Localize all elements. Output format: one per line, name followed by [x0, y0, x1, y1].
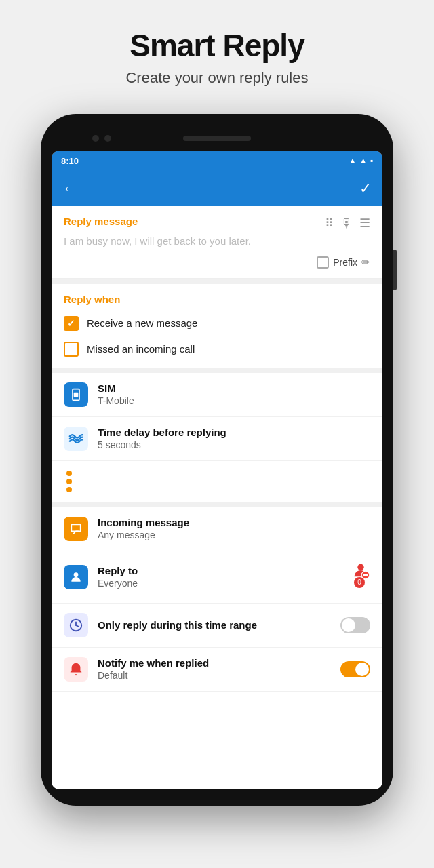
incoming-message-item[interactable]: Incoming message Any message — [52, 507, 382, 551]
page-subtitle: Create your own reply rules — [14, 69, 420, 87]
notify-text: Notify me when replied Default — [98, 657, 331, 681]
time-delay-title: Time delay before replying — [98, 427, 370, 438]
checkbox-missed-call-label: Missed an incoming call — [87, 343, 195, 355]
reply-message-text[interactable]: I am busy now, I will get back to you la… — [64, 233, 251, 250]
incoming-message-subtitle: Any message — [98, 530, 370, 540]
reply-message-heading: Reply message — [64, 216, 251, 227]
bell-icon — [64, 657, 88, 682]
phone-side-button — [393, 250, 397, 290]
back-button[interactable]: ← — [62, 180, 77, 197]
checkbox-missed-call[interactable]: Missed an incoming call — [64, 336, 370, 362]
status-icons: ▲ ▲ ▪ — [349, 156, 373, 165]
phone-screen: 8:10 ▲ ▲ ▪ ← ✓ Reply message I am busy n… — [52, 151, 382, 789]
notify-toggle-area — [340, 661, 370, 677]
phone-camera-left — [92, 135, 99, 142]
message-icon — [64, 517, 88, 541]
svg-rect-1 — [74, 392, 79, 397]
wifi-icon: ▲ — [349, 156, 357, 165]
confirm-button[interactable]: ✓ — [359, 180, 372, 197]
time-range-title: Only reply during this time range — [98, 619, 331, 631]
sim-icon — [64, 382, 88, 407]
mic-icon[interactable]: 🎙 — [340, 216, 353, 231]
app-toolbar: ← ✓ — [52, 171, 382, 206]
sim-subtitle: T-Mobile — [98, 395, 370, 406]
mic-grid-icon[interactable]: ⠿ — [325, 216, 334, 231]
divider-3 — [52, 502, 382, 507]
phone-speaker — [183, 136, 251, 141]
reply-message-row: Reply message I am busy now, I will get … — [64, 216, 370, 250]
prefix-label: Prefix — [333, 257, 357, 268]
prefix-checkbox[interactable] — [317, 256, 329, 269]
sim-text: SIM T-Mobile — [98, 382, 370, 406]
reply-to-badge-area: 0 — [351, 561, 370, 593]
phone-notch — [52, 126, 382, 151]
reply-to-item[interactable]: Reply to Everyone 0 — [52, 551, 382, 604]
time-range-item[interactable]: Only reply during this time range — [52, 604, 382, 648]
time-delay-item[interactable]: Time delay before replying 5 seconds — [52, 417, 382, 461]
check-mark: ✓ — [67, 318, 75, 329]
time-range-toggle-area — [340, 617, 370, 633]
sim-item[interactable]: SIM T-Mobile — [52, 373, 382, 417]
clock-icon — [64, 613, 88, 637]
svg-line-8 — [76, 625, 79, 627]
dot-2 — [66, 479, 72, 484]
signal-icon: ▲ — [359, 156, 368, 165]
time-delay-text: Time delay before replying 5 seconds — [98, 427, 370, 450]
divider-2 — [52, 368, 382, 373]
status-time: 8:10 — [61, 156, 79, 166]
checkbox-checked-icon: ✓ — [64, 316, 79, 331]
status-bar: 8:10 ▲ ▲ ▪ — [52, 151, 382, 171]
svg-point-2 — [74, 572, 79, 577]
time-range-toggle[interactable] — [340, 617, 370, 633]
reply-message-section: Reply message I am busy now, I will get … — [52, 206, 382, 279]
phone-camera-right — [104, 135, 111, 142]
battery-icon: ▪ — [370, 156, 373, 165]
list-icon[interactable]: ☰ — [359, 216, 370, 231]
reply-when-heading: Reply when — [64, 294, 370, 305]
toggle-knob — [342, 618, 355, 632]
person-icon — [64, 565, 88, 589]
reply-to-count-badge: 0 — [354, 577, 365, 588]
reply-to-text: Reply to Everyone — [98, 565, 342, 589]
prefix-edit-icon[interactable]: ✏ — [361, 256, 370, 269]
app-content: Reply message I am busy now, I will get … — [52, 206, 382, 789]
time-delay-subtitle: 5 seconds — [98, 439, 370, 450]
svg-point-3 — [357, 564, 363, 570]
reply-toolbar-icons: ⠿ 🎙 ☰ — [325, 216, 370, 231]
more-options-item[interactable] — [52, 461, 382, 502]
notify-toggle-knob — [355, 663, 369, 676]
incoming-message-title: Incoming message — [98, 517, 370, 528]
sim-title: SIM — [98, 382, 370, 394]
notify-toggle[interactable] — [340, 661, 370, 677]
incoming-message-text: Incoming message Any message — [98, 517, 370, 540]
prefix-row: Prefix ✏ — [64, 256, 370, 269]
reply-when-section: Reply when ✓ Receive a new message Misse… — [52, 284, 382, 368]
dot-3 — [66, 487, 72, 492]
checkbox-new-message[interactable]: ✓ Receive a new message — [64, 311, 370, 336]
dot-1 — [66, 471, 72, 476]
notify-title: Notify me when replied — [98, 657, 331, 669]
reply-to-title: Reply to — [98, 565, 342, 576]
page-title: Smart Reply — [14, 27, 420, 64]
notify-subtitle: Default — [98, 670, 331, 681]
phone-frame: 8:10 ▲ ▲ ▪ ← ✓ Reply message I am busy n… — [41, 114, 393, 806]
time-range-text: Only reply during this time range — [98, 619, 331, 631]
checkbox-unchecked-icon — [64, 342, 79, 357]
checkbox-new-message-label: Receive a new message — [87, 317, 197, 329]
page-header: Smart Reply Create your own reply rules — [0, 0, 434, 107]
divider-1 — [52, 279, 382, 284]
reply-message-label: Reply message I am busy now, I will get … — [64, 216, 251, 250]
reply-to-subtitle: Everyone — [98, 578, 342, 589]
waves-icon — [64, 427, 88, 451]
notify-item[interactable]: Notify me when replied Default — [52, 648, 382, 692]
